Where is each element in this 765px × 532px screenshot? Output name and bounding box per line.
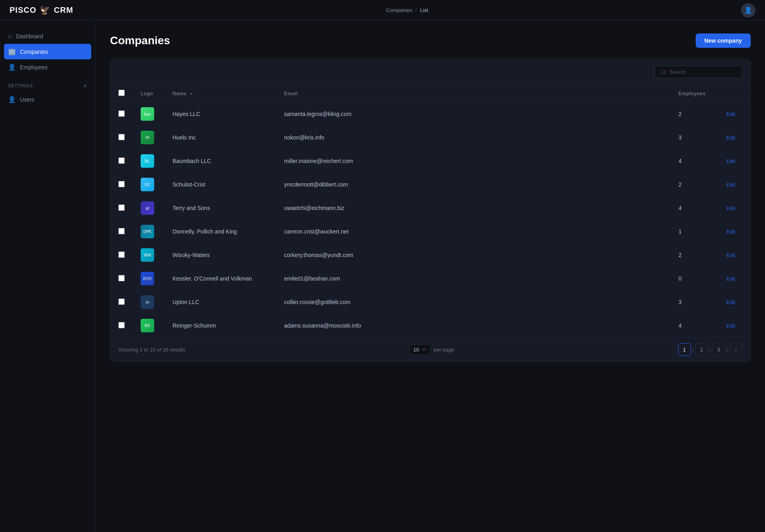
company-logo: SC [141,178,154,191]
row-name-cell: Upton LLC [165,291,276,314]
logo-text: PISCO [10,6,36,15]
row-logo-cell: in [133,291,165,314]
new-company-button[interactable]: New company [696,33,751,48]
sidebar-item-dashboard[interactable]: ⌂ Dashboard [0,29,95,44]
row-logo-cell: BL [133,149,165,173]
page-button-1[interactable]: 1 [678,343,691,356]
showing-text: Showing 1 to 10 of 26 results [118,347,185,353]
row-action-cell: Edit [718,220,750,243]
table-row: BL Baumbach LLC miller.maxine@reichert.c… [110,149,750,173]
row-checkbox[interactable] [118,298,125,305]
company-logo: HI [141,131,154,144]
per-page-dropdown[interactable]: 10 [409,344,430,355]
row-checkbox[interactable] [118,251,125,258]
search-icon [661,69,666,75]
edit-link[interactable]: Edit [726,111,735,117]
edit-link[interactable]: Edit [726,135,735,141]
sidebar-item-users[interactable]: 👤 Users [0,92,95,107]
logo-crm: CRM [54,6,73,15]
users-icon: 👤 [8,96,16,103]
company-logo: RS [141,319,154,332]
company-logo: hay [141,107,154,121]
topbar: PISCO 🦅 CRM Companies / List 👤 [0,0,765,21]
sidebar-item-employees[interactable]: 👤 Employees [0,59,95,75]
page-button-2[interactable]: 2 [695,343,708,356]
row-action-cell: Edit [718,267,750,291]
row-logo-cell: ql [133,196,165,220]
pagination: 1 | 2 | 3 | › [678,343,742,356]
table-toolbar [110,59,750,85]
table-footer: Showing 1 to 10 of 26 results 10 per pag… [110,337,750,361]
company-logo: DPK [141,225,154,238]
edit-link[interactable]: Edit [726,158,735,164]
user-avatar[interactable]: 👤 [741,3,755,18]
page-sep-3: | [726,347,729,352]
row-check-cell [110,102,133,126]
edit-link[interactable]: Edit [726,205,735,211]
row-email-cell: collier.rossie@gottlieb.com [276,291,671,314]
edit-link[interactable]: Edit [726,299,735,305]
settings-chevron-icon: ∧ [83,83,87,88]
table-row: in Upton LLC collier.rossie@gottlieb.com… [110,291,750,314]
col-header-name[interactable]: Name ▼ [165,85,276,102]
search-input[interactable] [669,69,736,75]
select-all-checkbox[interactable] [118,90,125,96]
row-action-cell: Edit [718,243,750,267]
row-checkbox[interactable] [118,181,125,187]
table-row: WW Wisoky-Waters corkery.thomas@yundt.co… [110,243,750,267]
row-action-cell: Edit [718,314,750,338]
breadcrumb: Companies / List [386,7,428,13]
table-row: ql Terry and Sons uwaelchi@eichmann.biz … [110,196,750,220]
company-logo: WW [141,248,154,262]
sidebar-item-companies[interactable]: 🏢 Companies [4,44,91,59]
row-action-cell: Edit [718,102,750,126]
row-employees-cell: 4 [671,149,718,173]
row-employees-cell: 2 [671,243,718,267]
row-name-cell: Wisoky-Waters [165,243,276,267]
row-email-cell: ymcdermott@dibbert.com [276,173,671,196]
svg-point-0 [661,70,665,73]
row-logo-cell: hay [133,102,165,126]
page-button-3[interactable]: 3 [712,343,725,356]
settings-section-label: SETTINGS ∧ [0,75,95,92]
row-checkbox[interactable] [118,275,125,281]
row-email-cell: camron.crist@wuckert.net [276,220,671,243]
col-header-logo: Logo [133,85,165,102]
dropdown-chevron-icon [422,347,426,352]
row-logo-cell: DPK [133,220,165,243]
company-logo: BL [141,154,154,168]
row-checkbox[interactable] [118,204,125,211]
edit-link[interactable]: Edit [726,182,735,188]
breadcrumb-separator: / [416,7,417,13]
col-header-actions [718,85,750,102]
row-checkbox[interactable] [118,322,125,328]
breadcrumb-parent[interactable]: Companies [386,7,412,13]
row-checkbox[interactable] [118,134,125,140]
row-employees-cell: 0 [671,267,718,291]
table-row: DPK Donnelly, Pollich and King camron.cr… [110,220,750,243]
col-header-employees: Employees [671,85,718,102]
page-next-button[interactable]: › [730,343,742,356]
row-checkbox[interactable] [118,228,125,234]
table-row: RS Reinger-Schumm adams.susanna@mosciski… [110,314,750,338]
row-checkbox[interactable] [118,157,125,164]
search-box[interactable] [655,66,742,78]
page-title: Companies [110,34,170,47]
edit-link[interactable]: Edit [726,276,735,282]
row-checkbox[interactable] [118,110,125,117]
dashboard-icon: ⌂ [8,33,12,40]
row-employees-cell: 2 [671,102,718,126]
row-action-cell: Edit [718,149,750,173]
companies-table: Logo Name ▼ Email Employees [110,85,750,337]
row-employees-cell: 1 [671,220,718,243]
edit-link[interactable]: Edit [726,252,735,258]
row-action-cell: Edit [718,291,750,314]
edit-link[interactable]: Edit [726,323,735,329]
avatar-icon: 👤 [744,6,752,14]
employees-icon: 👤 [8,63,16,71]
companies-table-card: Logo Name ▼ Email Employees [110,59,751,362]
row-name-cell: Baumbach LLC [165,149,276,173]
row-action-cell: Edit [718,126,750,149]
edit-link[interactable]: Edit [726,229,735,235]
company-logo: ql [141,201,154,215]
